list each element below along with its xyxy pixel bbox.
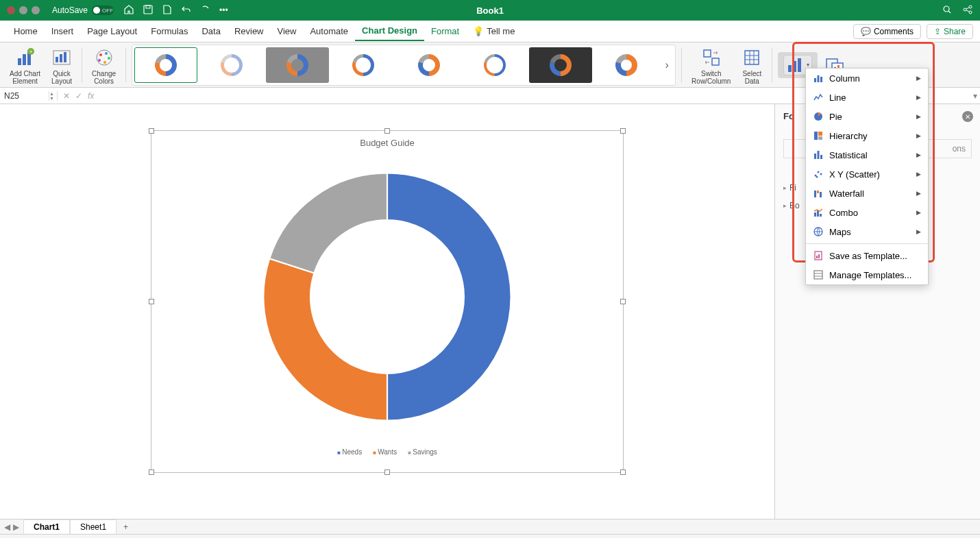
name-box[interactable]: N25 (0, 91, 49, 101)
more-styles-icon[interactable]: › (661, 59, 673, 71)
menu-combo[interactable]: Combo▶ (806, 203, 928, 222)
tab-page-layout[interactable]: Page Layout (80, 22, 144, 40)
more-icon[interactable]: ••• (219, 5, 228, 15)
svg-point-47 (820, 173, 822, 175)
status-bar: Ready ⚇ Accessibility: Investigate ▦ ▥ ▭… (0, 534, 980, 538)
undo-icon[interactable] (181, 4, 192, 17)
change-colors-button[interactable]: Change Colors (88, 45, 120, 85)
svg-text:+: + (29, 49, 32, 55)
comment-icon: 💬 (861, 27, 871, 36)
chart-style-6[interactable] (463, 47, 526, 83)
donut-chart[interactable] (240, 149, 535, 444)
chart-title[interactable]: Budget Guide (151, 131, 623, 149)
confirm-icon[interactable]: ✓ (75, 91, 82, 101)
minimize-window-icon[interactable] (19, 6, 27, 14)
menu-waterfall[interactable]: Waterfall▶ (806, 184, 928, 203)
resize-handle[interactable] (149, 469, 154, 475)
svg-rect-58 (818, 254, 820, 258)
bulb-icon: 💡 (473, 26, 484, 36)
resize-handle[interactable] (149, 299, 154, 304)
svg-rect-14 (64, 52, 66, 62)
save-template-icon (813, 250, 824, 261)
menu-column[interactable]: Column▶ (806, 69, 928, 88)
close-pane-icon[interactable]: ✕ (962, 111, 973, 122)
cancel-icon[interactable]: ✕ (63, 91, 70, 101)
tab-view[interactable]: View (271, 22, 304, 40)
tab-review[interactable]: Review (228, 22, 271, 40)
document-title: Book1 (476, 5, 504, 16)
resize-handle[interactable] (384, 469, 390, 475)
tab-automate[interactable]: Automate (303, 22, 355, 40)
ribbon-tabs: Home Insert Page Layout Formulas Data Re… (0, 21, 980, 42)
tell-me[interactable]: 💡 Tell me (466, 22, 522, 40)
chart-legend[interactable]: NeedsWantsSavings (151, 444, 623, 460)
menu-hierarchy[interactable]: Hierarchy▶ (806, 126, 928, 145)
chart-type-menu: Column▶ Line▶ Pie▶ Hierarchy▶ Statistica… (805, 68, 929, 285)
chart-style-7[interactable] (529, 47, 592, 83)
share-flyout-icon[interactable] (962, 4, 973, 17)
statistical-chart-icon (813, 149, 824, 160)
menu-maps[interactable]: Maps▶ (806, 222, 928, 241)
close-window-icon[interactable] (7, 6, 15, 14)
tab-chart-design[interactable]: Chart Design (355, 21, 424, 41)
next-sheet-icon[interactable]: ▶ (13, 522, 19, 532)
chart-object[interactable]: Budget Guide NeedsWantsSavings (151, 130, 624, 473)
combo-chart-icon (813, 207, 824, 218)
share-button[interactable]: ⇪ Share (927, 24, 973, 39)
resize-handle[interactable] (620, 128, 626, 134)
autosave-label: AutoSave (52, 5, 88, 15)
maximize-window-icon[interactable] (32, 6, 40, 14)
chart-styles-gallery[interactable]: › (132, 45, 676, 86)
search-icon[interactable] (942, 4, 953, 17)
chart-style-2[interactable] (200, 47, 263, 83)
add-chart-element-button[interactable]: + Add Chart Element (5, 45, 45, 85)
save-icon[interactable] (143, 4, 154, 17)
chart-style-8[interactable] (595, 47, 658, 83)
redo-icon[interactable] (200, 4, 211, 17)
tab-insert[interactable]: Insert (45, 22, 81, 40)
home-icon[interactable] (123, 4, 134, 17)
menu-statistical[interactable]: Statistical▶ (806, 145, 928, 164)
comments-button[interactable]: 💬 Comments (853, 24, 921, 39)
prev-sheet-icon[interactable]: ◀ (4, 522, 10, 532)
tab-data[interactable]: Data (195, 22, 227, 40)
quick-layout-button[interactable]: Quick Layout (47, 45, 76, 85)
select-data-button[interactable]: Select Data (737, 45, 766, 85)
window-controls[interactable] (7, 6, 40, 14)
file-icon[interactable] (162, 4, 173, 17)
fx-icon[interactable]: fx (88, 91, 94, 101)
svg-rect-6 (18, 58, 21, 65)
tab-home[interactable]: Home (7, 22, 45, 40)
menu-pie[interactable]: Pie▶ (806, 107, 928, 126)
svg-rect-21 (704, 50, 711, 57)
add-sheet-button[interactable]: + (117, 520, 135, 534)
svg-rect-22 (712, 58, 719, 65)
autosave-toggle[interactable]: AutoSave OFF (52, 5, 114, 15)
sheet-tabs: ◀▶ Chart1 Sheet1 + (0, 519, 980, 534)
svg-rect-0 (144, 5, 152, 14)
svg-point-16 (99, 53, 102, 56)
switch-row-column-button[interactable]: Switch Row/Column (687, 45, 735, 85)
svg-rect-37 (820, 77, 822, 82)
chart-style-1[interactable] (134, 47, 197, 83)
tab-formulas[interactable]: Formulas (144, 22, 195, 40)
menu-scatter[interactable]: X Y (Scatter)▶ (806, 164, 928, 184)
svg-rect-59 (814, 271, 822, 279)
resize-handle[interactable] (620, 469, 626, 475)
chart-style-5[interactable] (397, 47, 461, 83)
chart-style-3[interactable] (266, 47, 329, 83)
menu-save-template[interactable]: Save as Template... (806, 246, 928, 265)
resize-handle[interactable] (620, 299, 626, 304)
tab-format[interactable]: Format (424, 22, 466, 40)
menu-manage-templates[interactable]: Manage Templates... (806, 265, 928, 284)
sheet-tab-sheet1[interactable]: Sheet1 (70, 519, 117, 534)
menu-line[interactable]: Line▶ (806, 88, 928, 107)
svg-point-19 (103, 61, 106, 64)
chart-canvas[interactable]: Budget Guide NeedsWantsSavings (0, 104, 774, 519)
chart-style-4[interactable] (332, 47, 395, 83)
expand-formula-bar[interactable]: ▾ (970, 91, 980, 101)
resize-handle[interactable] (384, 128, 390, 134)
sheet-tab-chart1[interactable]: Chart1 (23, 519, 70, 534)
svg-rect-13 (60, 54, 62, 62)
resize-handle[interactable] (149, 128, 154, 134)
